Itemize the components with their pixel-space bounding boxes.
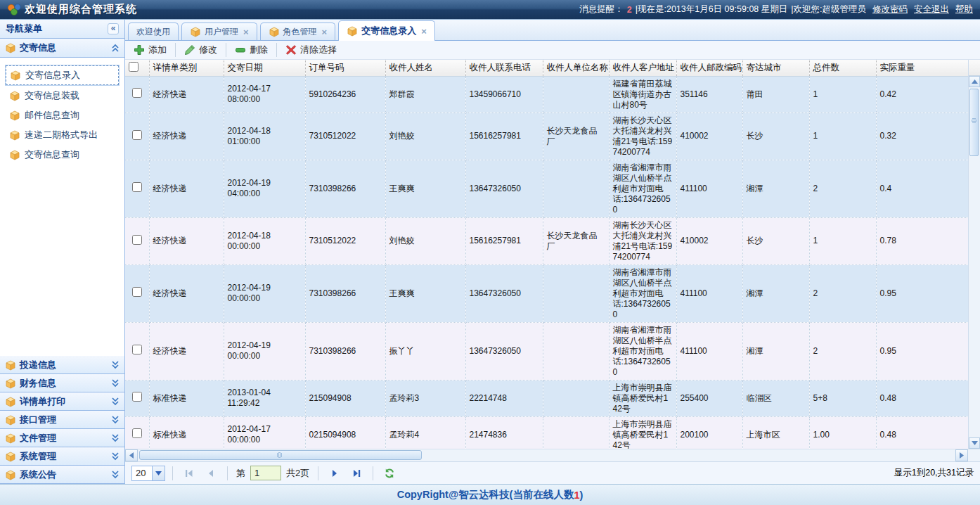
sidebar-item[interactable]: 交寄信息装载	[5, 86, 120, 106]
column-header[interactable]: 收件人邮政编码	[676, 60, 742, 76]
sidebar-item[interactable]: 交寄信息查询	[5, 145, 120, 165]
delete-button[interactable]: 删除	[230, 42, 273, 58]
tab-item[interactable]: 欢迎使用	[128, 23, 179, 40]
next-page-button[interactable]	[325, 465, 344, 482]
grid-cell: 7310512022	[305, 217, 385, 264]
sidebar-section-header[interactable]: 财务信息	[0, 374, 124, 392]
grid-cell: 15616257981	[465, 113, 543, 160]
edit-button[interactable]: 修改	[179, 42, 222, 58]
message-count-badge[interactable]: 2	[627, 5, 632, 15]
sidebar-section-header[interactable]: 系统公告	[0, 466, 124, 484]
row-checkbox[interactable]	[132, 392, 142, 402]
column-header[interactable]: 收件人单位名称	[543, 60, 609, 76]
grid-cell: 15616257981	[465, 217, 543, 264]
previous-page-button[interactable]	[202, 465, 220, 482]
sidebar-item[interactable]: 邮件信息查询	[5, 106, 120, 125]
sidebar-section-header[interactable]: 文件管理	[0, 429, 124, 447]
last-page-button[interactable]	[347, 465, 366, 482]
chevron-double-down-icon[interactable]	[111, 415, 120, 425]
table-row[interactable]: 标准快递2013-01-04 11:29:42215094908孟玲莉32221…	[125, 380, 968, 416]
sidebar-item[interactable]: 速递二期格式导出	[5, 125, 120, 145]
chevron-double-down-icon[interactable]	[111, 452, 120, 461]
vertical-scroll-track[interactable]	[969, 87, 980, 437]
clear-selection-button[interactable]: 清除选择	[281, 42, 342, 58]
vertical-scroll-thumb[interactable]	[969, 89, 979, 156]
add-button[interactable]: 添加	[129, 42, 172, 58]
chevron-double-down-icon[interactable]	[111, 433, 120, 443]
row-checkbox[interactable]	[132, 88, 142, 98]
row-checkbox[interactable]	[132, 287, 142, 297]
change-password-link[interactable]: 修改密码	[872, 4, 908, 15]
scroll-up-button[interactable]	[969, 76, 980, 87]
table-row[interactable]: 经济快递2012-04-17 08:00:005910264236郑群霞1345…	[125, 76, 968, 113]
tab-close-icon[interactable]: ×	[243, 27, 249, 37]
column-header[interactable]: 实际重量	[876, 60, 968, 76]
grid-cell: 经济快递	[149, 217, 224, 264]
scroll-right-button[interactable]	[955, 449, 968, 461]
column-header[interactable]: 详情单类别	[149, 60, 224, 76]
grid-cell: 5910264236	[305, 76, 385, 113]
sidebar-collapse-button[interactable]: «	[108, 23, 119, 34]
refresh-button[interactable]	[380, 465, 399, 482]
row-checkbox[interactable]	[132, 130, 142, 140]
sidebar-section-header[interactable]: 详情单打印	[0, 392, 124, 411]
select-all-cell	[125, 60, 149, 76]
main-panel: 欢迎使用用户管理×角色管理×交寄信息录入× 添加修改删除清除选择 详情单类别交寄…	[125, 20, 980, 484]
column-header[interactable]: 交寄日期	[224, 60, 305, 76]
page-size-select[interactable]: 20	[131, 466, 165, 481]
row-checkbox[interactable]	[132, 345, 142, 354]
sidebar-item[interactable]: 交寄信息录入	[5, 65, 120, 86]
column-header[interactable]: 寄达城市	[742, 60, 809, 76]
grid-cell: 0.95	[876, 264, 968, 322]
grid-cell	[543, 380, 609, 416]
column-header[interactable]: 收件人客户地址	[609, 60, 676, 76]
help-link[interactable]: 帮助	[955, 4, 973, 15]
column-header[interactable]: 收件人联系电话	[465, 60, 543, 76]
scroll-left-button[interactable]	[125, 449, 138, 461]
logout-link[interactable]: 安全退出	[914, 4, 949, 15]
table-row[interactable]: 经济快递2012-04-19 00:00:007310398266王爽爽1364…	[125, 264, 968, 322]
chevron-double-up-icon[interactable]	[111, 43, 120, 53]
tab-item[interactable]: 用户管理×	[181, 23, 257, 40]
sidebar-section-header[interactable]: 投递信息	[0, 356, 124, 374]
grid-cell: 22214748	[465, 380, 543, 416]
column-header[interactable]: 总件数	[809, 60, 876, 76]
chevron-double-down-icon[interactable]	[111, 360, 120, 370]
tab-close-icon[interactable]: ×	[421, 26, 427, 37]
column-header[interactable]: 收件人姓名	[385, 60, 465, 76]
page-number-input[interactable]	[250, 466, 281, 480]
table-row[interactable]: 经济快递2012-04-19 04:00:007310398266王爽爽1364…	[125, 160, 968, 217]
grid-cell: 7310398266	[305, 160, 385, 217]
horizontal-scroll-track[interactable]	[138, 449, 955, 461]
grid-cell: 13647326050	[465, 322, 543, 380]
scroll-down-button[interactable]	[969, 437, 980, 449]
tab-close-icon[interactable]: ×	[322, 27, 328, 37]
grid-cell: 2	[809, 322, 876, 380]
first-page-button[interactable]	[180, 465, 198, 482]
grid-cell: 上海市区	[742, 416, 809, 449]
grid-cell: 7310398266	[305, 264, 385, 322]
horizontal-scroll-thumb[interactable]	[139, 450, 422, 460]
row-checkbox[interactable]	[132, 428, 142, 438]
chevron-double-down-icon[interactable]	[111, 378, 120, 388]
table-row[interactable]: 标准快递2012-04-17 00:00:000215094908孟玲莉4214…	[125, 416, 968, 449]
chevron-down-icon[interactable]	[152, 466, 165, 480]
tab-item[interactable]: 交寄信息录入×	[338, 20, 435, 41]
sidebar-section-header[interactable]: 接口管理	[0, 411, 124, 429]
sidebar-section-header[interactable]: 系统管理	[0, 447, 124, 466]
table-row[interactable]: 经济快递2012-04-18 01:00:007310512022刘艳姣1561…	[125, 113, 968, 160]
sidebar-section-delivery-info[interactable]: 交寄信息	[0, 39, 124, 58]
select-all-checkbox[interactable]	[129, 62, 138, 72]
table-row[interactable]: 经济快递2012-04-19 00:00:007310398266振丫丫1364…	[125, 322, 968, 380]
chevron-double-down-icon[interactable]	[111, 397, 120, 407]
chevron-double-down-icon[interactable]	[111, 470, 120, 480]
sidebar-collapsed-sections: 投递信息财务信息详情单打印接口管理文件管理系统管理系统公告	[0, 356, 124, 484]
clear-selection-icon	[285, 44, 297, 56]
grid-cell: 410002	[676, 217, 742, 264]
sidebar-section-label: 详情单打印	[20, 395, 65, 408]
tab-item[interactable]: 角色管理×	[260, 23, 336, 40]
row-checkbox[interactable]	[132, 182, 142, 192]
column-header[interactable]: 订单号码	[305, 60, 385, 76]
row-checkbox[interactable]	[132, 235, 142, 245]
table-row[interactable]: 经济快递2012-04-18 00:00:007310512022刘艳姣1561…	[125, 217, 968, 264]
